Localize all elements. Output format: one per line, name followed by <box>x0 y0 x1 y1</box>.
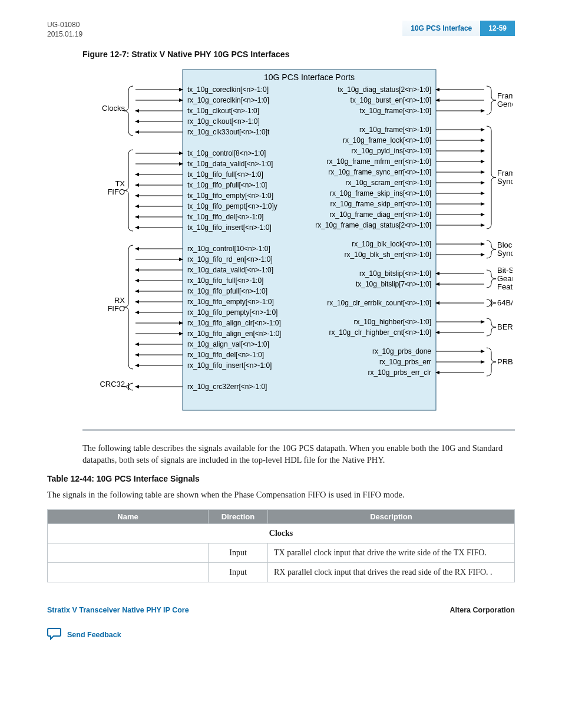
doc-id: UG-01080 <box>47 21 82 30</box>
svg-text:rx_10g_blk_lock[<n>-1:0]: rx_10g_blk_lock[<n>-1:0] <box>352 240 431 248</box>
svg-text:rx_10g_clr_highber_cnt[<n>-1:0: rx_10g_clr_highber_cnt[<n>-1:0] <box>329 328 431 337</box>
footer-company: Altera Corporation <box>450 606 515 614</box>
svg-text:Clocks: Clocks <box>102 104 125 113</box>
intro-paragraph: The following table describes the signal… <box>82 443 515 466</box>
page-footer: Stratix V Transceiver Native PHY IP Core… <box>47 606 515 614</box>
cell-description: RX parallel clock input that drives the … <box>268 562 515 582</box>
svg-text:rx_10g_fifo_align_en[<n>-1:0]: rx_10g_fifo_align_en[<n>-1:0] <box>187 330 281 338</box>
doc-meta: UG-01080 2015.01.19 <box>47 21 82 39</box>
svg-text:rx_10g_align_val[<n>-1:0]: rx_10g_align_val[<n>-1:0] <box>187 340 269 348</box>
svg-text:FIFO: FIFO <box>107 304 125 313</box>
svg-text:tx_10g_coreclkin[<n>-1:0]: tx_10g_coreclkin[<n>-1:0] <box>187 85 269 94</box>
svg-text:tx_10g_fifo_empty[<n>-1:0]: tx_10g_fifo_empty[<n>-1:0] <box>187 192 273 200</box>
svg-text:BER: BER <box>497 322 513 331</box>
svg-text:Bit-Slip: Bit-Slip <box>497 266 513 275</box>
svg-text:rx_10g_frame_mfrm_err[<n>-1:0]: rx_10g_frame_mfrm_err[<n>-1:0] <box>327 157 431 166</box>
svg-text:rx_10g_frame_lock[<n>-1:0]: rx_10g_frame_lock[<n>-1:0] <box>343 136 431 144</box>
svg-text:tx_10g_fifo_insert[<n>-1:0]: tx_10g_fifo_insert[<n>-1:0] <box>187 223 272 232</box>
svg-text:rx_10g_prbs_done: rx_10g_prbs_done <box>372 347 431 355</box>
svg-text:PRBS: PRBS <box>497 357 513 366</box>
svg-text:tx_10g_fifo_full[<n>-1:0]: tx_10g_fifo_full[<n>-1:0] <box>187 170 263 179</box>
svg-text:rx_10g_data_valid[<n>-1:0]: rx_10g_data_valid[<n>-1:0] <box>187 266 273 274</box>
page-locator: 10G PCS Interface 12-59 <box>402 21 515 36</box>
cell-direction: Input <box>209 562 268 582</box>
table-intro: The signals in the following table are s… <box>47 489 515 501</box>
cell-name <box>48 543 209 562</box>
svg-text:rx_10g_frame_diag_err[<n>-1:0]: rx_10g_frame_diag_err[<n>-1:0] <box>329 210 431 219</box>
svg-text:Feature: Feature <box>497 282 513 291</box>
figure-diagram: 10G PCS Interface Portstx_10g_coreclkin[… <box>82 64 515 417</box>
table-row: Input TX parallel clock input that drive… <box>48 543 515 562</box>
svg-text:rx_10g_fifo_pfull[<n>-1:0]: rx_10g_fifo_pfull[<n>-1:0] <box>187 287 267 295</box>
svg-text:rx_10g_blk_sh_err[<n>-1:0]: rx_10g_blk_sh_err[<n>-1:0] <box>345 251 431 259</box>
svg-text:rx_10g_prbs_err_clr: rx_10g_prbs_err_clr <box>368 368 431 377</box>
svg-text:Block: Block <box>497 241 513 249</box>
svg-text:rx_10g_highber[<n>-1:0]: rx_10g_highber[<n>-1:0] <box>354 318 431 326</box>
send-feedback-link[interactable]: Send Feedback <box>67 631 121 639</box>
svg-text:10G PCS Interface Ports: 10G PCS Interface Ports <box>264 73 355 82</box>
svg-text:Frame: Frame <box>497 91 513 100</box>
col-direction: Direction <box>209 509 268 523</box>
page-number: 12-59 <box>480 21 515 36</box>
svg-text:Gearbox: Gearbox <box>497 274 513 283</box>
feedback-icon[interactable] <box>47 627 62 643</box>
svg-text:rx_10g_frame[<n>-1:0]: rx_10g_frame[<n>-1:0] <box>359 126 431 134</box>
svg-text:Synchronizer: Synchronizer <box>497 249 513 258</box>
cell-name <box>48 562 209 582</box>
svg-text:tx_10g_burst_en[<n>-1:0]: tx_10g_burst_en[<n>-1:0] <box>351 96 431 104</box>
footer-doc-title: Stratix V Transceiver Native PHY IP Core <box>47 606 189 614</box>
svg-text:64B/66B: 64B/66B <box>497 298 513 307</box>
table-group-header: Clocks <box>48 523 515 543</box>
svg-text:TX: TX <box>115 179 125 188</box>
page-header: UG-01080 2015.01.19 10G PCS Interface 12… <box>47 21 515 39</box>
signals-table: Name Direction Description Clocks Input … <box>47 509 515 582</box>
svg-text:tx_10g_frame[<n>-1:0]: tx_10g_frame[<n>-1:0] <box>360 107 431 115</box>
svg-text:tx_10g_diag_status[2<n>-1:0]: tx_10g_diag_status[2<n>-1:0] <box>338 85 431 94</box>
svg-text:rx_10g_pyld_ins[<n>-1:0]: rx_10g_pyld_ins[<n>-1:0] <box>352 147 431 155</box>
col-name: Name <box>48 509 209 523</box>
svg-text:rx_10g_frame_skip_err[<n>-1:0]: rx_10g_frame_skip_err[<n>-1:0] <box>330 200 431 208</box>
svg-text:Frame: Frame <box>497 169 513 177</box>
svg-text:tx_10g_data_valid[<n>-1:0]: tx_10g_data_valid[<n>-1:0] <box>187 160 273 168</box>
svg-text:rx_10g_bitslip[<n>-1:0]: rx_10g_bitslip[<n>-1:0] <box>359 269 431 278</box>
svg-text:CRC32: CRC32 <box>100 380 125 388</box>
svg-text:rx_10g_frame_sync_err[<n>-1:0]: rx_10g_frame_sync_err[<n>-1:0] <box>328 168 431 176</box>
svg-text:Synchronizer: Synchronizer <box>497 177 513 186</box>
svg-text:rx_10g_crc32err[<n>-1:0]: rx_10g_crc32err[<n>-1:0] <box>187 383 267 391</box>
svg-text:rx_10g_fifo_rd_en[<n>-1:0]: rx_10g_fifo_rd_en[<n>-1:0] <box>187 255 273 263</box>
table-caption: Table 12-44: 10G PCS Interface Signals <box>47 474 515 483</box>
svg-text:rx_10g_fifo_pempty[<n>-1:0]: rx_10g_fifo_pempty[<n>-1:0] <box>187 308 277 317</box>
svg-text:rx_10g_clr_errblk_count[<n>-1:: rx_10g_clr_errblk_count[<n>-1:0] <box>327 299 431 307</box>
svg-text:rx_10g_clk33out[<n>-1:0]t: rx_10g_clk33out[<n>-1:0]t <box>187 128 270 136</box>
svg-text:tx_10g_control[8<n>-1:0]: tx_10g_control[8<n>-1:0] <box>187 149 266 157</box>
svg-text:rx_10g_fifo_empty[<n>-1:0]: rx_10g_fifo_empty[<n>-1:0] <box>187 298 274 306</box>
svg-text:rx_10g_frame_diag_status[2<n>-: rx_10g_frame_diag_status[2<n>-1:0] <box>315 221 431 229</box>
doc-date: 2015.01.19 <box>47 30 82 39</box>
svg-text:rx_10g_fifo_align_clr[<n>-1:0]: rx_10g_fifo_align_clr[<n>-1:0] <box>187 319 281 327</box>
section-title: 10G PCS Interface <box>402 21 480 36</box>
table-row: Input RX parallel clock input that drive… <box>48 562 515 582</box>
svg-text:rx_10g_frame_skip_ins[<n>-1:0]: rx_10g_frame_skip_ins[<n>-1:0] <box>330 189 431 197</box>
divider <box>82 429 515 431</box>
svg-text:rx_10g_control[10<n>-1:0]: rx_10g_control[10<n>-1:0] <box>187 245 270 253</box>
svg-text:tx_10g_clkout[<n>-1:0]: tx_10g_clkout[<n>-1:0] <box>187 107 259 115</box>
svg-text:tx_10g_fifo_pfull[<n>-1:0]: tx_10g_fifo_pfull[<n>-1:0] <box>187 181 267 189</box>
svg-text:Generator: Generator <box>497 100 513 108</box>
svg-text:FIFO: FIFO <box>107 187 125 196</box>
cell-description: TX parallel clock input that drive the w… <box>268 543 515 562</box>
svg-text:tx_10g_fifo_pempt[<n>-1:0]y: tx_10g_fifo_pempt[<n>-1:0]y <box>187 202 277 210</box>
svg-text:rx_10g_prbs_err: rx_10g_prbs_err <box>379 358 431 366</box>
figure-caption: Figure 12-7: Stratix V Native PHY 10G PC… <box>82 50 515 59</box>
svg-text:RX: RX <box>114 296 125 305</box>
svg-text:rx_10g_fifo_del[<n>-1:0]: rx_10g_fifo_del[<n>-1:0] <box>187 351 264 359</box>
svg-text:tx_10g_bitslip[7<n>-1:0]: tx_10g_bitslip[7<n>-1:0] <box>356 280 431 288</box>
svg-text:rx_10g_scram_err[<n>-1:0]: rx_10g_scram_err[<n>-1:0] <box>346 179 431 187</box>
svg-text:rx_10g_coreclkin[<n>-1:0]: rx_10g_coreclkin[<n>-1:0] <box>187 96 269 104</box>
svg-text:rx_10g_fifo_insert[<n>-1:0]: rx_10g_fifo_insert[<n>-1:0] <box>187 361 272 370</box>
svg-text:tx_10g_fifo_del[<n>-1:0]: tx_10g_fifo_del[<n>-1:0] <box>187 213 263 221</box>
svg-text:rx_10g_fifo_full[<n>-1:0]: rx_10g_fifo_full[<n>-1:0] <box>187 276 263 285</box>
cell-direction: Input <box>209 543 268 562</box>
svg-text:rx_10g_clkout[<n>-1:0]: rx_10g_clkout[<n>-1:0] <box>187 117 260 126</box>
col-description: Description <box>268 509 515 523</box>
